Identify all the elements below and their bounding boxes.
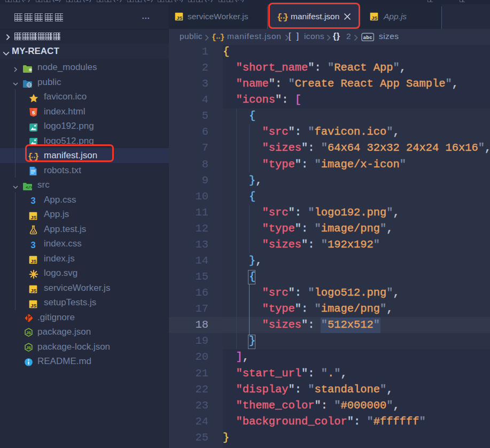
svg-text:}: }: [220, 33, 225, 42]
svg-text:3: 3: [30, 240, 35, 250]
svg-text:JS: JS: [30, 303, 36, 308]
svg-text:5: 5: [32, 110, 35, 115]
svg-text:JS: JS: [371, 16, 377, 21]
svg-text:JS: JS: [176, 16, 182, 21]
svg-text:abc: abc: [363, 35, 372, 40]
svg-text:JS: JS: [30, 214, 36, 220]
svg-text:{: {: [212, 33, 216, 42]
svg-text:3: 3: [30, 196, 35, 205]
svg-text:JS: JS: [30, 288, 36, 293]
svg-text:JS: JS: [26, 345, 31, 350]
svg-text:JS: JS: [30, 259, 36, 264]
svg-text:</>: </>: [26, 186, 33, 190]
svg-text:JS: JS: [26, 330, 31, 335]
